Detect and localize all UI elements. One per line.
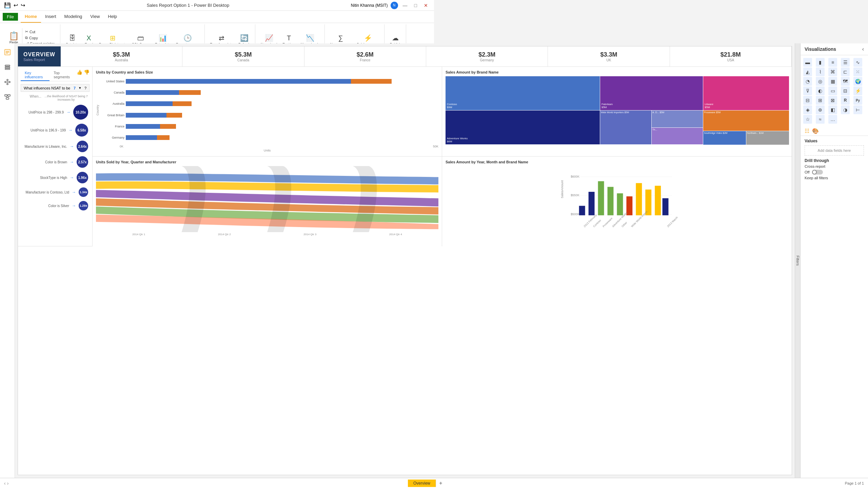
bar-blue-canada <box>126 90 179 95</box>
bar-row-gb[interactable]: Great Britain <box>101 113 434 118</box>
sankey-label-2: 2014 Qtr 3 <box>303 233 316 236</box>
svg-rect-14 <box>8 95 10 96</box>
ki-row-4[interactable]: StockType is High → 1.96x <box>21 170 90 185</box>
bar-orange-us <box>351 79 392 84</box>
ki-row-5[interactable]: Manufacturer is Contoso, Ltd → 1.34x <box>21 185 90 199</box>
canvas-area: OVERVIEW Sales Report $5.3M Australia $5… <box>15 43 434 244</box>
bar-track-canada <box>126 90 434 95</box>
kpi-label-canada: Canada <box>237 58 249 62</box>
tab-home[interactable]: Home <box>21 11 41 23</box>
svg-rect-4 <box>5 65 10 66</box>
sankey-label-0: 2014 Qtr 1 <box>132 233 145 236</box>
ki-bubble-3: 2.57x <box>77 156 88 168</box>
ki-row-6[interactable]: Color is Silver → 1.29x <box>21 199 90 212</box>
tab-modeling[interactable]: Modeling <box>60 11 86 23</box>
ki-label-4: StockType is High <box>22 176 67 180</box>
ki-row-2[interactable]: Manufacturer is Litware, Inc. → 2.64x <box>21 139 90 154</box>
units-by-year-title: Units Sold by Year, Quarter and Manufact… <box>96 160 434 164</box>
quick-measure-icon: ⚡ <box>364 34 372 42</box>
recent-sources-icon: 🕒 <box>183 34 192 42</box>
y-axis-label-container: Country <box>96 76 99 144</box>
svg-rect-6 <box>5 68 10 69</box>
ki-question-value: 7 <box>74 86 76 90</box>
ki-arrow-2: → <box>70 144 74 149</box>
kpi-germany[interactable]: $2.3M Germany <box>426 46 434 66</box>
axis-50k: 50K <box>433 145 434 148</box>
ki-label-1: UnitPrice is 196.9 - 199 <box>22 128 66 132</box>
bar-blue-france <box>126 124 160 129</box>
svg-rect-5 <box>5 67 10 68</box>
ki-chevron-icon[interactable]: ▾ <box>79 86 81 90</box>
sankey-label-1: 2014 Qtr 2 <box>218 233 231 236</box>
kpi-australia[interactable]: $5.3M Australia <box>61 46 182 66</box>
bar-blue-australia <box>126 101 173 106</box>
units-by-country-title: Units by Country and Sales Size <box>96 70 434 74</box>
bar-row-us[interactable]: United States <box>101 79 434 84</box>
new-measure-icon: ∑ <box>338 34 343 42</box>
ki-row-1[interactable]: UnitPrice is 196.9 - 199 → 6.58x <box>21 122 90 139</box>
bar-country-australia: Australia <box>101 102 124 105</box>
ki-arrow-0: → <box>66 110 71 115</box>
ki-tab-top-segments[interactable]: Top segments <box>50 69 77 81</box>
ki-label-6: Color is Silver <box>22 204 69 208</box>
ki-row-0[interactable]: UnitPrice is 298 - 299.9 → 10.20x <box>21 103 90 122</box>
kpi-france[interactable]: $2.6M France <box>304 46 426 66</box>
ki-bubble-1: 6.58x <box>75 124 88 137</box>
bar-country-germany: Germany <box>101 136 124 139</box>
svg-point-10 <box>7 83 8 85</box>
title-bar-left: 💾 ↩ ↪ <box>4 2 25 8</box>
kpi-label-france: France <box>360 58 370 62</box>
ki-bubble-5: 1.34x <box>79 187 88 197</box>
maximize-button[interactable]: □ <box>412 3 419 8</box>
tab-insert[interactable]: Insert <box>41 11 60 23</box>
save-icon[interactable]: 💾 <box>4 2 11 8</box>
ki-help-icon[interactable]: ? <box>84 86 86 90</box>
bar-row-germany[interactable]: Germany <box>101 135 434 140</box>
report-kpis: $5.3M Australia $5.3M Canada $2.6M Franc… <box>61 46 434 66</box>
sidebar-icon-dag[interactable] <box>1 91 14 103</box>
minimize-button[interactable]: — <box>401 3 410 8</box>
kpi-label-australia: Australia <box>115 58 128 62</box>
file-tab[interactable]: File <box>3 13 18 21</box>
cut-button[interactable]: ✂ Cut <box>24 29 56 35</box>
sankey-chart[interactable] <box>96 166 434 232</box>
report-header: OVERVIEW Sales Report $5.3M Australia $5… <box>18 46 434 67</box>
ki-row-3[interactable]: Color is Brown → 2.57x <box>21 154 90 170</box>
ki-question[interactable]: What influences NSAT to be 7 ▾ ? <box>21 84 90 92</box>
copy-button[interactable]: ⧉ Copy <box>24 35 56 41</box>
undo-icon[interactable]: ↩ <box>14 2 18 8</box>
ki-tabs: Key influencers Top segments 👍 👎 <box>21 69 90 81</box>
close-button[interactable]: ✕ <box>422 3 430 8</box>
key-influencers-panel: Key influencers Top segments 👍 👎 What in… <box>18 67 93 244</box>
tab-view[interactable]: View <box>86 11 104 23</box>
ki-tab-key-influencers[interactable]: Key influencers <box>21 69 50 81</box>
sidebar-icon-report[interactable] <box>1 46 14 58</box>
charts-area: Key influencers Top segments 👍 👎 What in… <box>18 67 434 244</box>
ki-thumbs-down[interactable]: 👎 <box>84 69 90 81</box>
powerbi-icon: ⊞ <box>110 34 116 42</box>
bar-chart-x-label: Units <box>96 149 434 152</box>
bar-track-germany <box>126 135 434 140</box>
excel-icon: X <box>86 34 91 42</box>
bar-row-canada[interactable]: Canada <box>101 90 434 95</box>
redo-icon[interactable]: ↪ <box>21 2 25 8</box>
bar-row-australia[interactable]: Australia <box>101 101 434 106</box>
ki-thumbs-up[interactable]: 👍 <box>77 69 82 81</box>
ki-arrow-6: → <box>72 203 76 208</box>
title-bar: 💾 ↩ ↪ Sales Report Option 1 - Power BI D… <box>0 0 434 11</box>
ki-arrow-1: → <box>68 128 73 133</box>
publish-icon: ☁ <box>392 34 399 42</box>
bar-orange-canada <box>179 90 201 95</box>
tab-help[interactable]: Help <box>104 11 121 23</box>
kpi-canada[interactable]: $5.3M Canada <box>182 46 304 66</box>
ki-question-text: What influences NSAT to be <box>24 86 70 90</box>
bar-row-france[interactable]: France <box>101 124 434 129</box>
sidebar-icon-data[interactable] <box>1 61 14 73</box>
ki-label-2: Manufacturer is Litware, Inc. <box>22 145 67 148</box>
bar-country-canada: Canada <box>101 91 124 94</box>
svg-point-8 <box>7 79 8 81</box>
sql-icon: 🗃 <box>137 34 144 42</box>
bar-chart-rows: United States Canada <box>99 76 434 144</box>
sidebar-icon-model[interactable] <box>1 76 14 88</box>
ki-header: When... ...the likelihood of NSAT being … <box>21 95 90 103</box>
